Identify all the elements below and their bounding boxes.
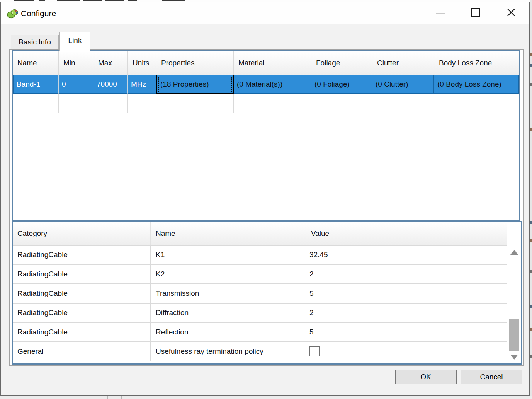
column-header-body-loss-zone[interactable]: Body Loss Zone: [434, 51, 519, 75]
configure-dialog: Configure Basic Info Link Name Min Max U…: [0, 2, 530, 396]
band-cell-name[interactable]: Band-1: [13, 75, 59, 94]
property-value[interactable]: 5: [306, 323, 507, 342]
scroll-thumb[interactable]: [509, 319, 519, 351]
band-cell-body-loss-zone[interactable]: (0 Body Loss Zone): [434, 75, 519, 94]
column-header-max[interactable]: Max: [93, 51, 128, 75]
band-table: Name Min Max Units Properties Material F…: [12, 50, 520, 221]
property-value[interactable]: 5: [306, 284, 507, 304]
usefulness-ray-termination-policy-checkbox[interactable]: [309, 346, 320, 356]
column-header-material[interactable]: Material: [234, 51, 311, 75]
property-name[interactable]: Transmission: [151, 284, 306, 304]
property-name[interactable]: Reflection: [151, 323, 306, 342]
property-category[interactable]: RadiatingCable: [13, 246, 151, 265]
column-header-category[interactable]: Category: [13, 222, 151, 246]
column-header-clutter[interactable]: Clutter: [372, 51, 434, 75]
property-name[interactable]: Usefulness ray termination policy: [151, 342, 306, 361]
band-cell-properties[interactable]: (18 Properties): [156, 75, 234, 94]
titlebar[interactable]: Configure: [1, 2, 529, 24]
band-cell-material[interactable]: (0 Material(s)): [234, 75, 311, 94]
property-value: [306, 342, 507, 361]
column-header-value[interactable]: Value: [306, 222, 507, 246]
column-header-units[interactable]: Units: [128, 51, 156, 75]
property-category[interactable]: RadiatingCable: [13, 323, 151, 342]
background-window-bottom: [0, 396, 532, 399]
property-table: Category Name Value RadiatingCable K1 32…: [12, 221, 522, 365]
property-category[interactable]: RadiatingCable: [13, 304, 151, 323]
column-header-min[interactable]: Min: [59, 51, 93, 75]
band-cell-units[interactable]: MHz: [128, 75, 156, 94]
screen: Configure Basic Info Link Name Min Max U…: [0, 0, 532, 399]
band-cell-min[interactable]: 0: [59, 75, 93, 94]
app-icon[interactable]: [7, 7, 19, 19]
property-name[interactable]: K1: [151, 246, 306, 265]
property-category[interactable]: RadiatingCable: [13, 284, 151, 304]
property-name[interactable]: K2: [151, 265, 306, 284]
property-category[interactable]: RadiatingCable: [13, 265, 151, 284]
property-value[interactable]: 32.45: [306, 246, 507, 265]
band-empty-row[interactable]: [13, 94, 59, 113]
scroll-up-icon[interactable]: [510, 250, 518, 255]
property-value[interactable]: 2: [306, 304, 507, 323]
band-cell-clutter[interactable]: (0 Clutter): [372, 75, 434, 94]
property-name[interactable]: Diffraction: [151, 304, 306, 323]
close-button[interactable]: [505, 7, 517, 18]
tab-basic-info[interactable]: Basic Info: [11, 35, 59, 49]
minimize-button[interactable]: [436, 13, 445, 14]
maximize-button[interactable]: [471, 8, 480, 17]
tab-link[interactable]: Link: [59, 32, 90, 51]
window-title: Configure: [21, 2, 56, 25]
column-header-foliage[interactable]: Foliage: [311, 51, 372, 75]
ok-button[interactable]: OK: [395, 370, 457, 384]
column-header-properties[interactable]: Properties: [156, 51, 234, 75]
scrollbar[interactable]: [507, 246, 521, 361]
cancel-button[interactable]: Cancel: [461, 370, 522, 384]
column-header-name[interactable]: Name: [13, 51, 59, 75]
background-window-right: [530, 0, 532, 399]
band-cell-foliage[interactable]: (0 Foliage): [311, 75, 372, 94]
property-category[interactable]: General: [13, 342, 151, 361]
property-value[interactable]: 2: [306, 265, 507, 284]
band-cell-max[interactable]: 70000: [93, 75, 128, 94]
column-header-prop-name[interactable]: Name: [151, 222, 306, 246]
scroll-down-icon[interactable]: [510, 355, 518, 360]
